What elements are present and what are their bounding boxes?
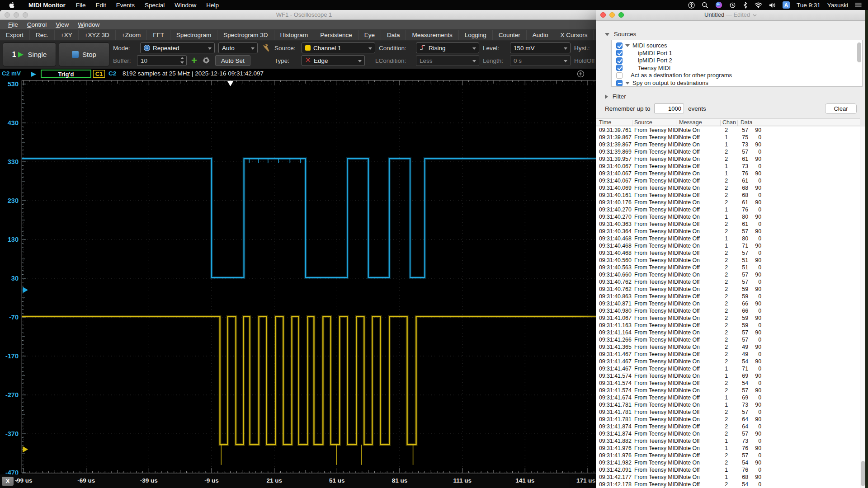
source-select[interactable]: Channel 1 [302, 42, 375, 53]
menubar-item-file[interactable]: File [71, 2, 91, 9]
source-row[interactable]: MIDI sources [612, 42, 856, 49]
source-row[interactable]: Teensy MIDI [612, 64, 856, 72]
event-row[interactable]: 09:31:41.882From Teensy MIDINote Off1730 [596, 437, 860, 445]
disclosure-open-icon[interactable] [605, 33, 609, 36]
active-app-name[interactable]: MIDI Monitor [23, 2, 71, 9]
spotlight-search-icon[interactable] [702, 2, 708, 9]
toolbar--zoom[interactable]: +Zoom [116, 30, 147, 40]
event-row[interactable]: 09:31:40.560From Teensy MIDINote On25190 [596, 257, 860, 264]
source-checkbox-mix[interactable] [616, 80, 623, 86]
toolbar-spectrogram-3d[interactable]: Spectrogram 3D [217, 30, 274, 40]
event-row[interactable]: 09:31:41.781From Teensy MIDINote Off2570 [596, 408, 860, 416]
toolbar-fft[interactable]: FFT [147, 30, 170, 40]
time-machine-icon[interactable] [729, 2, 736, 9]
column-header-data[interactable]: Data [741, 119, 752, 126]
event-row[interactable]: 09:31:41.266From Teensy MIDINote Off2570 [596, 336, 860, 343]
channel1-badge[interactable]: C1 [93, 70, 105, 78]
event-row[interactable]: 09:31:40.161From Teensy MIDINote Off2680 [596, 192, 860, 199]
toolbar-rec-[interactable]: Rec. [30, 30, 55, 40]
toolbar-logging[interactable]: Logging [459, 30, 493, 40]
auto-set-button[interactable]: Auto Set [215, 55, 250, 66]
event-row[interactable]: 09:31:40.067From Teensy MIDINote Off2610 [596, 177, 860, 184]
event-row[interactable]: 09:31:40.762From Teensy MIDINote Off2570 [596, 278, 860, 286]
source-row[interactable]: Spy on output to destinations [612, 79, 856, 87]
toolbar-counter[interactable]: Counter [493, 30, 527, 40]
event-row[interactable]: 09:31:40.871From Teensy MIDINote On26690 [596, 300, 860, 307]
event-row[interactable]: 09:31:41.467From Teensy MIDINote Off2490 [596, 351, 860, 358]
scope-title-bar[interactable]: WF1 - Oscilloscope 1 [0, 10, 608, 20]
event-row[interactable]: 09:31:41.163From Teensy MIDINote Off2590 [596, 322, 860, 329]
input-source-a-icon[interactable]: A [783, 1, 790, 9]
toolbar-spectrogram[interactable]: Spectrogram [170, 30, 217, 40]
zoom-reset-icon[interactable] [577, 70, 585, 80]
event-row[interactable]: 09:31:39.957From Teensy MIDINote On26190 [596, 155, 860, 163]
event-table-scrollbar[interactable] [860, 127, 865, 488]
buffer-stepper[interactable]: 10 [137, 55, 187, 66]
column-header-message[interactable]: Message [679, 119, 702, 126]
condition-select[interactable]: Rising [416, 42, 479, 53]
menubar-item-events[interactable]: Events [111, 2, 140, 9]
menubar-item-help[interactable]: Help [201, 2, 224, 9]
level-select[interactable]: 150 mV [510, 42, 571, 53]
event-row[interactable]: 09:31:40.468From Teensy MIDINote Off1800 [596, 235, 860, 242]
notification-list-icon[interactable] [855, 2, 862, 8]
length-select[interactable]: 0 s [510, 55, 571, 66]
tools-hammer-icon[interactable] [262, 44, 270, 54]
event-row[interactable]: 09:31:41.781From Teensy MIDINote On17390 [596, 401, 860, 408]
event-row[interactable]: 09:31:41.164From Teensy MIDINote On25790 [596, 329, 860, 336]
source-checkbox-on[interactable] [616, 50, 623, 56]
event-row[interactable]: 09:31:41.976From Teensy MIDINote Off2570 [596, 452, 860, 459]
toolbar-measurements[interactable]: Measurements [406, 30, 458, 40]
menubar-clock[interactable]: Tue 9:31 [797, 2, 821, 9]
column-header-source[interactable]: Source [634, 119, 652, 126]
expand-arrow-icon[interactable]: ▶ [31, 70, 36, 77]
scope-display[interactable]: 53043033023013030-70-170-270-370-470 [0, 80, 608, 474]
event-row[interactable]: 09:31:41.467From Teensy MIDINote Off1710 [596, 365, 860, 372]
menubar-item-special[interactable]: Special [140, 2, 170, 9]
column-divider[interactable] [676, 120, 676, 126]
event-row[interactable]: 09:31:41.365From Teensy MIDINote On24990 [596, 343, 860, 351]
event-row[interactable]: 09:31:40.270From Teensy MIDINote Off1760 [596, 206, 860, 213]
event-row[interactable]: 09:31:40.468From Teensy MIDINote Off2570 [596, 249, 860, 257]
toolbar-audio[interactable]: Audio [527, 30, 555, 40]
toolbar-export[interactable]: Export [0, 30, 30, 40]
event-row[interactable]: 09:31:41.674From Teensy MIDINote Off1690 [596, 394, 860, 401]
source-checkbox-on[interactable] [616, 57, 623, 64]
toolbar-eye[interactable]: Eye [359, 30, 381, 40]
scope-menu-file[interactable]: File [4, 21, 23, 28]
event-row[interactable]: 09:31:41.874From Teensy MIDINote On25790 [596, 430, 860, 437]
accessibility-icon[interactable] [688, 2, 695, 9]
source-checkbox-off[interactable] [616, 72, 623, 79]
column-divider[interactable] [720, 120, 721, 126]
bluetooth-icon[interactable] [743, 2, 748, 9]
clear-button[interactable]: Clear [825, 103, 857, 114]
event-row[interactable]: 09:31:41.874From Teensy MIDINote Off2640 [596, 423, 860, 430]
midi-title-bar[interactable]: Untitled — Edited [596, 9, 865, 21]
source-row[interactable]: ipMIDI Port 2 [612, 56, 856, 64]
add-buffer-icon[interactable]: + [191, 55, 197, 66]
stepper-up-icon[interactable] [180, 57, 184, 59]
disclosure-open-icon[interactable] [625, 44, 630, 47]
trigger-auto-select[interactable]: Auto [218, 42, 258, 53]
column-divider[interactable] [737, 120, 738, 126]
event-row[interactable]: 09:31:40.563From Teensy MIDINote Off2510 [596, 264, 860, 271]
menubar-user[interactable]: Yasuski [827, 2, 848, 9]
source-checkbox-on[interactable] [616, 65, 623, 71]
event-scrollbar-thumb[interactable] [861, 461, 865, 486]
event-row[interactable]: 09:31:42.178From Teensy MIDINote Off2540 [596, 481, 860, 488]
event-table[interactable]: 09:31:39.761From Teensy MIDINote On25790… [596, 127, 860, 488]
lcondition-select[interactable]: Less [416, 55, 479, 66]
column-header-time[interactable]: Time [599, 119, 611, 126]
event-row[interactable]: 09:31:39.761From Teensy MIDINote On25790 [596, 127, 860, 134]
column-divider[interactable] [632, 120, 632, 126]
event-row[interactable]: 09:31:41.574From Teensy MIDINote Off2540 [596, 380, 860, 387]
scope-menu-control[interactable]: Control [23, 21, 52, 28]
x-axis-button[interactable]: X [2, 477, 14, 486]
event-row[interactable]: 09:31:40.468From Teensy MIDINote On17190 [596, 242, 860, 249]
remember-count-input[interactable] [654, 103, 684, 113]
event-row[interactable]: 09:31:41.574From Teensy MIDINote On25790 [596, 387, 860, 394]
buffer-settings-gear-icon[interactable] [202, 56, 211, 67]
type-select[interactable]: Edge [302, 55, 365, 66]
toolbar--xy[interactable]: +XY [55, 30, 79, 40]
event-row[interactable]: 09:31:40.980From Teensy MIDINote Off2660 [596, 307, 860, 314]
